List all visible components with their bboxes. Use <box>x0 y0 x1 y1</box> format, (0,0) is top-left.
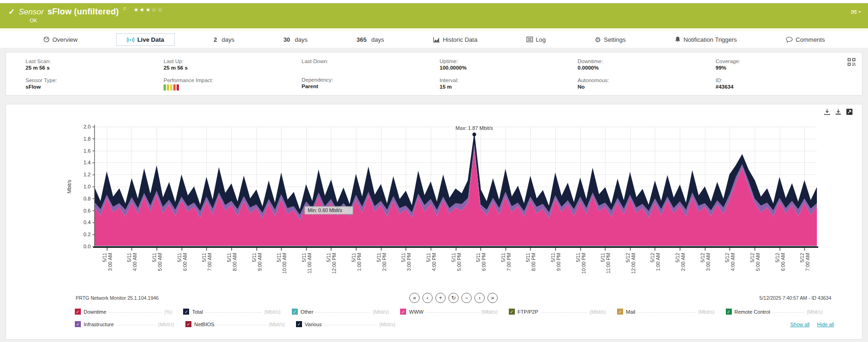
field-label-sensor-type: Sensor Type: <box>26 77 164 84</box>
legend-item-mail[interactable]: ✓ Mail (Mbit/s) <box>617 309 714 315</box>
legend-label: Other <box>301 309 314 315</box>
tab-settings[interactable]: ⚙ Settings <box>585 34 636 45</box>
field-value-sensor-type: sFlow <box>26 84 164 90</box>
impact-bar <box>177 84 179 90</box>
download-image-icon[interactable] <box>835 109 842 115</box>
tab-overview[interactable]: Overview <box>33 34 88 45</box>
field-label-downtime: Downtime: <box>578 58 716 65</box>
impact-bar <box>164 84 166 90</box>
live-broadcast-icon <box>127 37 134 43</box>
legend-unit: (Mbit/s) <box>807 309 823 315</box>
legend-item-remote-control[interactable]: ✓ Remote Control (Mbit/s) <box>726 309 823 315</box>
field-value-id: #43634 <box>716 84 854 90</box>
export-fullscreen-icon[interactable] <box>846 109 853 115</box>
legend-item-total[interactable]: ✓ Total (Mbit/s) <box>183 309 280 315</box>
nav-forward-button[interactable]: › <box>474 293 485 303</box>
legend-checkbox[interactable]: ✓ <box>400 309 406 315</box>
nav-back-button[interactable]: ‹ <box>422 293 433 303</box>
sensor-title: sFlow (unfiltered) <box>47 7 119 17</box>
priority-flag-icon[interactable]: ⚐ <box>123 6 127 12</box>
legend-label: Mail <box>626 309 635 315</box>
legend-checkbox[interactable]: ✓ <box>75 309 81 315</box>
gauge-icon <box>43 36 50 43</box>
chart-icon <box>433 37 440 43</box>
tab-log[interactable]: Log <box>516 34 556 45</box>
sensor-header: ✓ Sensor sFlow (unfiltered) ⚐ ★★★☆☆ OK ✉… <box>0 3 868 28</box>
legend-checkbox[interactable]: ✓ <box>509 309 515 315</box>
impact-bar <box>173 84 176 90</box>
field-label-autonomous: Autonomous: <box>578 77 716 84</box>
live-data-chart-card: PRTG Network Monitor 25.1.104.1946 « ‹ +… <box>6 104 862 340</box>
legend-checkbox[interactable]: ✓ <box>726 309 732 315</box>
tab-notification-triggers[interactable]: Notification Triggers <box>664 34 747 45</box>
tab-live-data[interactable]: Live Data <box>116 33 175 46</box>
tab-number: 365 <box>356 36 367 43</box>
chart-timestamp-text: 5/12/2025 7:40:57 AM - ID 43634 <box>678 295 831 301</box>
chevron-down-icon: ▾ <box>859 10 861 14</box>
tab-label: Historic Data <box>443 36 477 43</box>
field-label-dependency: Dependency: <box>302 77 440 83</box>
legend-item-netbios[interactable]: ✓ NetBIOS (Mbit/s) <box>185 321 285 327</box>
nav-reset-button[interactable]: ↻ <box>448 293 459 303</box>
field-value-autonomous: No <box>578 84 716 90</box>
tab-365-days[interactable]: 365 days <box>346 34 394 45</box>
field-value-downtime: 0.0000% <box>578 65 716 71</box>
legend-item-other[interactable]: ✓ Other (Mbit/s) <box>292 309 389 315</box>
legend-item-downtime[interactable]: ✓ Downtime (%) <box>75 309 172 315</box>
legend-item-ftp-p2p[interactable]: ✓ FTP/P2P (Mbit/s) <box>509 309 606 315</box>
tab-label: Comments <box>796 36 825 43</box>
field-value-dependency: Parent <box>302 83 440 90</box>
breadcrumb: Devices Remote Probe Num... Network Prob… <box>0 0 868 3</box>
nav-zoom-in-button[interactable]: + <box>435 293 446 303</box>
performance-impact-bars <box>164 84 302 90</box>
tab-comments[interactable]: Comments <box>776 34 835 45</box>
legend-checkbox[interactable]: ✓ <box>292 309 298 315</box>
legend-checkbox[interactable]: ✓ <box>617 309 623 315</box>
legend-label: FTP/P2P <box>518 309 539 315</box>
legend-item-various[interactable]: ✓ Various (Mbit/s) <box>296 321 395 327</box>
nav-last-button[interactable]: » <box>487 293 498 303</box>
legend-label: WWW <box>409 309 423 315</box>
tab-label: Notification Triggers <box>684 36 737 43</box>
tab-2-days[interactable]: 2 days <box>204 34 245 45</box>
tab-label: Live Data <box>137 36 164 43</box>
nav-zoom-out-button[interactable]: − <box>461 293 472 303</box>
tab-label: Overview <box>53 36 78 43</box>
chart-legend: ✓ Downtime (%) ✓ Total (Mbit/s) ✓ Other … <box>15 303 853 336</box>
legend-checkbox[interactable]: ✓ <box>296 321 302 327</box>
download-data-icon[interactable] <box>824 109 830 115</box>
notification-mail-button[interactable]: ✉ ▾ <box>851 8 861 16</box>
hide-all-link[interactable]: Hide all <box>817 322 834 327</box>
nav-first-button[interactable]: « <box>409 293 420 303</box>
legend-checkbox[interactable]: ✓ <box>183 309 189 315</box>
field-value-last-scan: 25 m 56 s <box>26 65 164 71</box>
field-value-interval: 15 m <box>440 84 578 90</box>
sensor-info-panel: Last Scan: 25 m 56 s Sensor Type: sFlow … <box>6 52 862 96</box>
tab-30-days[interactable]: 30 days <box>273 34 318 45</box>
tab-label: Log <box>536 36 546 43</box>
legend-checkbox[interactable]: ✓ <box>75 321 81 327</box>
legend-unit: (Mbit/s) <box>590 309 606 315</box>
field-value-last-down <box>302 65 440 71</box>
status-ok-check-icon: ✓ <box>8 7 15 17</box>
sensor-tab-bar: Overview Live Data 2 days 30 days 365 da… <box>0 31 868 48</box>
priority-stars[interactable]: ★★★☆☆ <box>134 6 164 13</box>
field-label-last-up: Last Up: <box>164 58 302 65</box>
tab-number: 30 <box>283 36 290 43</box>
legend-unit: (Mbit/s) <box>269 322 285 327</box>
field-label-last-down: Last Down: <box>302 58 440 65</box>
legend-unit: (Mbit/s) <box>264 309 281 315</box>
legend-checkbox[interactable]: ✓ <box>185 321 191 327</box>
tab-historic-data[interactable]: Historic Data <box>423 34 487 45</box>
legend-item-www[interactable]: ✓ WWW (Mbit/s) <box>400 309 497 315</box>
envelope-icon: ✉ <box>851 8 857 16</box>
sensor-kind-label: Sensor <box>19 7 44 17</box>
live-data-chart[interactable] <box>15 116 847 292</box>
field-label-id: ID: <box>716 77 854 84</box>
show-all-link[interactable]: Show all <box>790 322 810 327</box>
legend-unit: (Mbit/s) <box>158 322 174 327</box>
qr-code-icon[interactable] <box>848 58 855 68</box>
legend-label: Infrastructure <box>84 322 114 327</box>
field-label-coverage: Coverage: <box>716 58 854 65</box>
legend-item-infrastructure[interactable]: ✓ Infrastructure (Mbit/s) <box>75 321 174 327</box>
